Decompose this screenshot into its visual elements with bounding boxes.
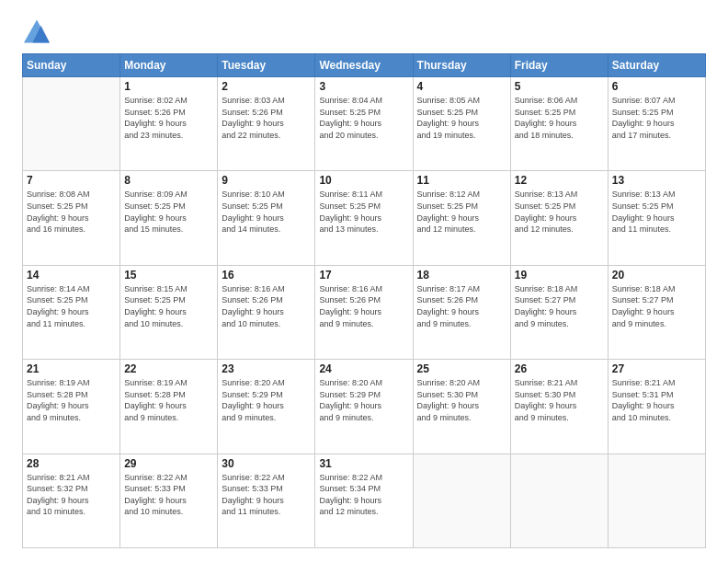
- day-info: Sunrise: 8:08 AM Sunset: 5:25 PM Dayligh…: [27, 189, 116, 235]
- weekday-header-friday: Friday: [510, 54, 608, 77]
- day-number: 25: [417, 362, 506, 375]
- calendar-cell: [510, 454, 608, 547]
- calendar-cell: 9Sunrise: 8:10 AM Sunset: 5:25 PM Daylig…: [218, 171, 315, 265]
- day-number: 8: [124, 174, 213, 187]
- day-number: 22: [124, 362, 213, 375]
- calendar-cell: 1Sunrise: 8:02 AM Sunset: 5:26 PM Daylig…: [120, 77, 218, 171]
- calendar-cell: 5Sunrise: 8:06 AM Sunset: 5:25 PM Daylig…: [510, 77, 608, 171]
- calendar-cell: 4Sunrise: 8:05 AM Sunset: 5:25 PM Daylig…: [413, 77, 510, 171]
- day-number: 24: [319, 362, 408, 375]
- calendar-cell: 29Sunrise: 8:22 AM Sunset: 5:33 PM Dayli…: [120, 454, 218, 547]
- calendar-cell: [23, 77, 120, 171]
- day-info: Sunrise: 8:22 AM Sunset: 5:34 PM Dayligh…: [319, 472, 408, 518]
- calendar-cell: 6Sunrise: 8:07 AM Sunset: 5:25 PM Daylig…: [608, 77, 705, 171]
- calendar-cell: 10Sunrise: 8:11 AM Sunset: 5:25 PM Dayli…: [315, 171, 413, 265]
- calendar-cell: 18Sunrise: 8:17 AM Sunset: 5:26 PM Dayli…: [413, 265, 510, 359]
- day-number: 2: [222, 80, 311, 93]
- day-info: Sunrise: 8:03 AM Sunset: 5:26 PM Dayligh…: [222, 95, 311, 141]
- calendar-cell: 30Sunrise: 8:22 AM Sunset: 5:33 PM Dayli…: [218, 454, 315, 547]
- day-info: Sunrise: 8:16 AM Sunset: 5:26 PM Dayligh…: [319, 283, 408, 329]
- calendar-cell: 11Sunrise: 8:12 AM Sunset: 5:25 PM Dayli…: [413, 171, 510, 265]
- weekday-header-saturday: Saturday: [608, 54, 705, 77]
- day-number: 20: [612, 269, 701, 282]
- day-info: Sunrise: 8:18 AM Sunset: 5:27 PM Dayligh…: [612, 283, 701, 329]
- calendar-week-row: 21Sunrise: 8:19 AM Sunset: 5:28 PM Dayli…: [23, 360, 706, 454]
- day-info: Sunrise: 8:20 AM Sunset: 5:29 PM Dayligh…: [222, 377, 311, 423]
- day-info: Sunrise: 8:13 AM Sunset: 5:25 PM Dayligh…: [612, 189, 701, 235]
- logo: [22, 18, 55, 44]
- day-number: 15: [124, 269, 213, 282]
- calendar-cell: [413, 454, 510, 547]
- calendar-cell: 13Sunrise: 8:13 AM Sunset: 5:25 PM Dayli…: [608, 171, 705, 265]
- calendar-cell: 3Sunrise: 8:04 AM Sunset: 5:25 PM Daylig…: [315, 77, 413, 171]
- day-info: Sunrise: 8:16 AM Sunset: 5:26 PM Dayligh…: [222, 283, 311, 329]
- day-number: 18: [417, 269, 506, 282]
- day-info: Sunrise: 8:20 AM Sunset: 5:30 PM Dayligh…: [417, 377, 506, 423]
- day-info: Sunrise: 8:06 AM Sunset: 5:25 PM Dayligh…: [515, 95, 604, 141]
- day-info: Sunrise: 8:10 AM Sunset: 5:25 PM Dayligh…: [222, 189, 311, 235]
- calendar-cell: [608, 454, 705, 547]
- weekday-header-row: SundayMondayTuesdayWednesdayThursdayFrid…: [23, 54, 706, 77]
- calendar-cell: 26Sunrise: 8:21 AM Sunset: 5:30 PM Dayli…: [510, 360, 608, 454]
- calendar-cell: 15Sunrise: 8:15 AM Sunset: 5:25 PM Dayli…: [120, 265, 218, 359]
- calendar-table: SundayMondayTuesdayWednesdayThursdayFrid…: [22, 53, 706, 548]
- day-info: Sunrise: 8:02 AM Sunset: 5:26 PM Dayligh…: [124, 95, 213, 141]
- day-info: Sunrise: 8:13 AM Sunset: 5:25 PM Dayligh…: [515, 189, 604, 235]
- weekday-header-monday: Monday: [120, 54, 218, 77]
- day-number: 6: [612, 80, 701, 93]
- day-info: Sunrise: 8:22 AM Sunset: 5:33 PM Dayligh…: [222, 472, 311, 518]
- page: SundayMondayTuesdayWednesdayThursdayFrid…: [0, 0, 728, 563]
- day-info: Sunrise: 8:21 AM Sunset: 5:31 PM Dayligh…: [612, 377, 701, 423]
- weekday-header-tuesday: Tuesday: [218, 54, 315, 77]
- calendar-cell: 7Sunrise: 8:08 AM Sunset: 5:25 PM Daylig…: [23, 171, 120, 265]
- day-number: 3: [319, 80, 408, 93]
- calendar-cell: 31Sunrise: 8:22 AM Sunset: 5:34 PM Dayli…: [315, 454, 413, 547]
- calendar-cell: 2Sunrise: 8:03 AM Sunset: 5:26 PM Daylig…: [218, 77, 315, 171]
- day-info: Sunrise: 8:07 AM Sunset: 5:25 PM Dayligh…: [612, 95, 701, 141]
- day-number: 30: [222, 457, 311, 470]
- day-info: Sunrise: 8:05 AM Sunset: 5:25 PM Dayligh…: [417, 95, 506, 141]
- calendar-cell: 27Sunrise: 8:21 AM Sunset: 5:31 PM Dayli…: [608, 360, 705, 454]
- calendar-week-row: 28Sunrise: 8:21 AM Sunset: 5:32 PM Dayli…: [23, 454, 706, 547]
- calendar-cell: 8Sunrise: 8:09 AM Sunset: 5:25 PM Daylig…: [120, 171, 218, 265]
- weekday-header-thursday: Thursday: [413, 54, 510, 77]
- calendar-cell: 23Sunrise: 8:20 AM Sunset: 5:29 PM Dayli…: [218, 360, 315, 454]
- day-number: 28: [27, 457, 116, 470]
- calendar-week-row: 1Sunrise: 8:02 AM Sunset: 5:26 PM Daylig…: [23, 77, 706, 171]
- calendar-cell: 21Sunrise: 8:19 AM Sunset: 5:28 PM Dayli…: [23, 360, 120, 454]
- day-info: Sunrise: 8:04 AM Sunset: 5:25 PM Dayligh…: [319, 95, 408, 141]
- day-info: Sunrise: 8:20 AM Sunset: 5:29 PM Dayligh…: [319, 377, 408, 423]
- day-number: 26: [515, 362, 604, 375]
- header: [22, 18, 706, 44]
- day-number: 1: [124, 80, 213, 93]
- day-number: 10: [319, 174, 408, 187]
- day-number: 27: [612, 362, 701, 375]
- calendar-cell: 20Sunrise: 8:18 AM Sunset: 5:27 PM Dayli…: [608, 265, 705, 359]
- day-info: Sunrise: 8:21 AM Sunset: 5:30 PM Dayligh…: [515, 377, 604, 423]
- calendar-cell: 17Sunrise: 8:16 AM Sunset: 5:26 PM Dayli…: [315, 265, 413, 359]
- day-number: 31: [319, 457, 408, 470]
- day-number: 11: [417, 174, 506, 187]
- calendar-cell: 14Sunrise: 8:14 AM Sunset: 5:25 PM Dayli…: [23, 265, 120, 359]
- day-info: Sunrise: 8:22 AM Sunset: 5:33 PM Dayligh…: [124, 472, 213, 518]
- day-info: Sunrise: 8:15 AM Sunset: 5:25 PM Dayligh…: [124, 283, 213, 329]
- day-info: Sunrise: 8:11 AM Sunset: 5:25 PM Dayligh…: [319, 189, 408, 235]
- day-info: Sunrise: 8:09 AM Sunset: 5:25 PM Dayligh…: [124, 189, 213, 235]
- day-number: 19: [515, 269, 604, 282]
- calendar-cell: 25Sunrise: 8:20 AM Sunset: 5:30 PM Dayli…: [413, 360, 510, 454]
- weekday-header-sunday: Sunday: [23, 54, 120, 77]
- calendar-cell: 22Sunrise: 8:19 AM Sunset: 5:28 PM Dayli…: [120, 360, 218, 454]
- day-number: 4: [417, 80, 506, 93]
- day-number: 13: [612, 174, 701, 187]
- day-info: Sunrise: 8:17 AM Sunset: 5:26 PM Dayligh…: [417, 283, 506, 329]
- day-number: 21: [27, 362, 116, 375]
- weekday-header-wednesday: Wednesday: [315, 54, 413, 77]
- day-number: 5: [515, 80, 604, 93]
- logo-icon: [22, 18, 51, 44]
- day-number: 14: [27, 269, 116, 282]
- day-info: Sunrise: 8:12 AM Sunset: 5:25 PM Dayligh…: [417, 189, 506, 235]
- day-info: Sunrise: 8:21 AM Sunset: 5:32 PM Dayligh…: [27, 472, 116, 518]
- day-number: 7: [27, 174, 116, 187]
- day-info: Sunrise: 8:19 AM Sunset: 5:28 PM Dayligh…: [124, 377, 213, 423]
- calendar-cell: 12Sunrise: 8:13 AM Sunset: 5:25 PM Dayli…: [510, 171, 608, 265]
